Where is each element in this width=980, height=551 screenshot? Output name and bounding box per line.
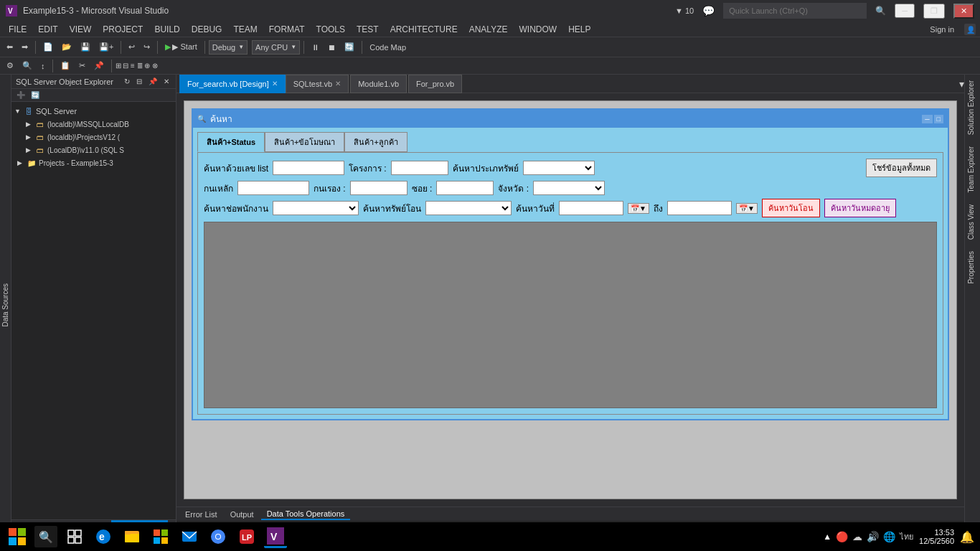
taskbar-store-icon[interactable] bbox=[149, 525, 172, 548]
taskbar-edge-icon[interactable]: e bbox=[92, 525, 115, 548]
tray-volume-icon[interactable]: 🔊 bbox=[867, 531, 879, 542]
form-tab-customer[interactable]: สินค้า+ลูกค้า bbox=[344, 132, 407, 152]
code-map-button[interactable]: Code Map bbox=[366, 42, 410, 53]
tab-close-1[interactable]: ✕ bbox=[335, 80, 341, 88]
toolbar2-btn3[interactable]: ↕ bbox=[37, 60, 49, 72]
panel-close-btn[interactable]: ✕ bbox=[161, 77, 171, 86]
tree-node-localdb1[interactable]: ▶ 🗃 (localdb)\MSSQLLocalDB bbox=[11, 118, 176, 131]
menu-project[interactable]: PROJECT bbox=[97, 23, 149, 36]
tab-sqltest[interactable]: SQLtest.vb ✕ bbox=[286, 75, 349, 93]
tab-close-0[interactable]: ✕ bbox=[272, 80, 278, 88]
toolbar2-btn2[interactable]: 🔍 bbox=[19, 60, 36, 72]
tab-overflow-btn[interactable]: ▾ bbox=[959, 78, 964, 90]
save-all-button[interactable]: 💾+ bbox=[95, 41, 117, 53]
input-search-by-list[interactable] bbox=[273, 161, 344, 175]
pause-button[interactable]: ⏸ bbox=[308, 42, 323, 53]
save-button[interactable]: 💾 bbox=[77, 41, 94, 53]
right-panel-class-view[interactable]: Class View bbox=[965, 199, 980, 245]
menu-format[interactable]: FORMAT bbox=[263, 23, 311, 36]
tree-node-projects[interactable]: ▶ 📁 Projects - Example15-3 bbox=[11, 156, 176, 169]
menu-test[interactable]: TEST bbox=[351, 23, 385, 36]
right-panel-solution-explorer[interactable]: Solution Explorer bbox=[965, 75, 980, 141]
taskbar-search-btn[interactable]: 🔍 bbox=[34, 526, 57, 547]
chat-icon[interactable]: 💬 bbox=[702, 5, 715, 17]
tree-node-localdb3[interactable]: ▶ 🗃 (LocalDB)\v11.0 (SQL S bbox=[11, 143, 176, 156]
menu-build[interactable]: BUILD bbox=[149, 23, 185, 36]
taskbar-explorer-icon[interactable] bbox=[121, 525, 143, 548]
cpu-dropdown[interactable]: Any CPU ▼ bbox=[252, 40, 300, 55]
tray-cloud-icon[interactable]: ☁ bbox=[852, 531, 862, 542]
panel-filter-btn[interactable]: ⊟ bbox=[134, 77, 144, 86]
form-tab-desc[interactable]: สินค้า+ข้อโมษณา bbox=[265, 132, 344, 152]
from-date-picker-btn[interactable]: 📅▼ bbox=[628, 203, 649, 214]
tray-thai-lang[interactable]: ไทย bbox=[900, 530, 913, 543]
tray-network-icon[interactable]: 🌐 bbox=[883, 531, 895, 542]
search-today-btn[interactable]: ค้นหาวันโอน bbox=[762, 199, 820, 217]
input-to-date[interactable]: 2560-04-04 bbox=[667, 201, 732, 215]
task-view-btn[interactable] bbox=[63, 525, 86, 548]
notification-center-icon[interactable]: 🔔 bbox=[960, 530, 974, 544]
tray-up-arrow[interactable]: ▲ bbox=[823, 532, 831, 542]
tab-error-list[interactable]: Error List bbox=[179, 509, 223, 519]
sign-in-link[interactable]: Sign in bbox=[924, 25, 960, 34]
taskbar-clock[interactable]: 13:53 12/5/2560 bbox=[919, 528, 954, 545]
taskbar-lastpass-icon[interactable]: LP bbox=[235, 525, 258, 548]
minimize-button[interactable]: ─ bbox=[895, 4, 915, 18]
menu-architecture[interactable]: ARCHITECTURE bbox=[385, 23, 463, 36]
menu-file[interactable]: FILE bbox=[3, 23, 32, 36]
new-project-button[interactable]: 📄 bbox=[39, 41, 57, 53]
toolbar2-btn5[interactable]: ✂ bbox=[75, 60, 89, 72]
form-minimize-btn[interactable]: ─ bbox=[922, 115, 932, 123]
toolbar2-btn4[interactable]: 📋 bbox=[57, 60, 74, 72]
menu-view[interactable]: VIEW bbox=[64, 23, 98, 36]
restart-button[interactable]: 🔄 bbox=[341, 41, 358, 53]
open-button[interactable]: 📂 bbox=[58, 41, 75, 53]
select-asset-type[interactable] bbox=[425, 201, 512, 215]
input-sub-num[interactable] bbox=[350, 181, 407, 195]
tab-for-pro[interactable]: For_pro.vb bbox=[408, 75, 462, 93]
form-maximize-btn[interactable]: □ bbox=[934, 115, 943, 123]
toolbar2-btn6[interactable]: 📌 bbox=[90, 60, 108, 72]
input-from-date[interactable]: 2560-04-04 bbox=[559, 201, 623, 215]
start-button[interactable]: ▶ ▶ Start bbox=[161, 41, 200, 53]
panel-refresh-btn[interactable]: ↻ bbox=[122, 77, 132, 86]
forward-button[interactable]: ➡ bbox=[18, 41, 32, 53]
menu-analyze[interactable]: ANALYZE bbox=[463, 23, 514, 36]
tree-item-sql-server[interactable]: ▼ 🗄 SQL Server bbox=[11, 105, 176, 118]
menu-edit[interactable]: EDIT bbox=[32, 23, 63, 36]
select-employee[interactable] bbox=[273, 201, 359, 215]
tree-node-localdb2[interactable]: ▶ 🗃 (localdb)\ProjectsV12 ( bbox=[11, 131, 176, 143]
redo-button[interactable]: ↪ bbox=[140, 41, 154, 53]
tab-module1[interactable]: Module1.vb bbox=[350, 75, 407, 93]
panel-pin-btn[interactable]: 📌 bbox=[146, 77, 159, 86]
toolbar2-btn1[interactable]: ⚙ bbox=[3, 60, 17, 72]
right-panel-team-explorer[interactable]: Team Explorer bbox=[965, 141, 980, 198]
menu-window[interactable]: WINDOW bbox=[513, 23, 562, 36]
menu-help[interactable]: HELP bbox=[562, 23, 596, 36]
tree-view[interactable]: ▼ 🗄 SQL Server ▶ 🗃 (localdb)\MSSQLLocalD… bbox=[11, 102, 176, 519]
debug-dropdown[interactable]: Debug ▼ bbox=[209, 40, 248, 55]
right-panel-properties[interactable]: Properties bbox=[965, 245, 980, 290]
restore-button[interactable]: ❐ bbox=[923, 4, 945, 19]
taskbar-vs-icon[interactable]: V bbox=[264, 525, 287, 548]
back-button[interactable]: ⬅ bbox=[3, 41, 17, 53]
form-tab-status[interactable]: สินค้า+Status bbox=[197, 132, 265, 152]
close-button[interactable]: ✕ bbox=[953, 4, 974, 19]
select-province[interactable] bbox=[533, 181, 605, 195]
input-project[interactable] bbox=[391, 161, 448, 175]
search-all-age-btn[interactable]: ค้นหาวันหมดอายุ bbox=[824, 199, 896, 217]
explorer-add-btn[interactable]: ➕ bbox=[14, 90, 27, 100]
refresh-all-btn[interactable]: โชร์ข้อมูลทั้งหมด bbox=[866, 159, 937, 177]
tab-for-search-design[interactable]: For_search.vb [Design] ✕ bbox=[179, 75, 286, 93]
menu-team[interactable]: TEAM bbox=[227, 23, 263, 36]
tab-data-tools[interactable]: Data Tools Operations bbox=[261, 509, 351, 520]
tab-output[interactable]: Output bbox=[225, 509, 260, 519]
account-icon[interactable]: 👤 bbox=[963, 22, 977, 37]
undo-button[interactable]: ↩ bbox=[125, 41, 138, 53]
start-button[interactable] bbox=[6, 525, 29, 548]
input-alley[interactable] bbox=[436, 181, 494, 195]
menu-tools[interactable]: TOOLS bbox=[311, 23, 351, 36]
to-date-picker-btn[interactable]: 📅▼ bbox=[736, 203, 758, 214]
select-product-type[interactable] bbox=[523, 161, 595, 175]
taskbar-chrome-icon[interactable] bbox=[207, 525, 230, 548]
